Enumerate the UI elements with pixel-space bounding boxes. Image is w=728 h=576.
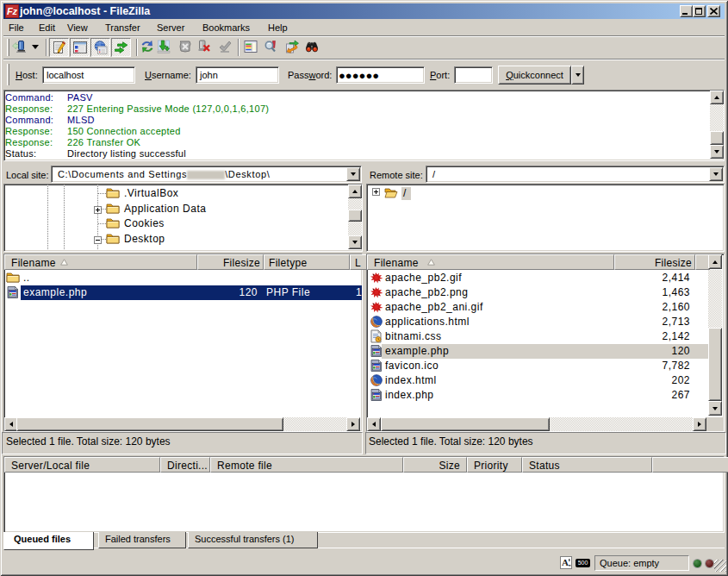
svg-text:A: A — [562, 557, 569, 567]
